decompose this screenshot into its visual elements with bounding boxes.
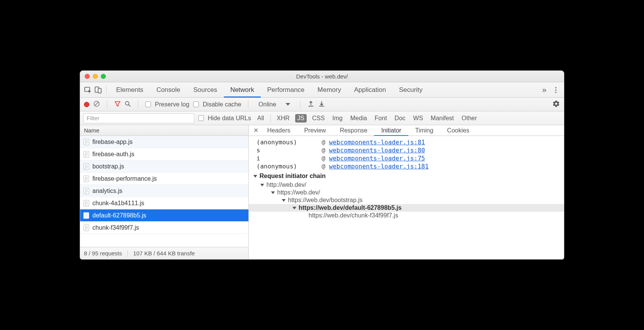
filter-type-xhr[interactable]: XHR xyxy=(274,114,292,123)
more-tabs-icon[interactable]: » xyxy=(539,85,549,95)
stack-source-link[interactable]: webcomponents-loader.js:181 xyxy=(329,163,429,170)
request-row[interactable]: chunk-4a1b4111.js xyxy=(80,197,248,209)
tab-application[interactable]: Application xyxy=(348,82,393,98)
close-window-button[interactable] xyxy=(85,74,90,79)
request-row[interactable]: firebase-app.js xyxy=(80,136,248,148)
stack-source-link[interactable]: webcomponents-loader.js:80 xyxy=(329,147,425,154)
initiator-chain-row[interactable]: https://web.dev/chunk-f34f99f7.js xyxy=(249,212,564,219)
filter-type-img[interactable]: Img xyxy=(330,114,345,123)
svg-rect-12 xyxy=(84,139,89,145)
chain-url: https://web.dev/bootstrap.js xyxy=(288,197,363,204)
close-detail-icon[interactable]: ✕ xyxy=(251,127,260,134)
filter-type-all[interactable]: All xyxy=(255,114,266,123)
chain-url: https://web.dev/chunk-f34f99f7.js xyxy=(309,212,398,219)
stack-source-link[interactable]: webcomponents-loader.js:81 xyxy=(329,139,425,146)
filter-type-other[interactable]: Other xyxy=(459,114,479,123)
initiator-chain-row[interactable]: https://web.dev/bootstrap.js xyxy=(249,196,564,204)
stack-frame: i@ webcomponents-loader.js:75 xyxy=(249,154,564,162)
stack-function: (anonymous) xyxy=(256,163,314,170)
window-title: DevTools - web.dev/ xyxy=(80,73,564,80)
initiator-chain-header[interactable]: Request initiator chain xyxy=(249,170,564,181)
request-row[interactable]: bootstrap.js xyxy=(80,160,248,173)
svg-rect-27 xyxy=(84,176,89,182)
request-name: chunk-f34f99f7.js xyxy=(92,224,139,231)
tab-elements[interactable]: Elements xyxy=(110,82,150,98)
separator xyxy=(138,100,138,109)
detail-tab-preview[interactable]: Preview xyxy=(297,125,333,136)
settings-icon[interactable] xyxy=(552,100,560,109)
filter-type-manifest[interactable]: Manifest xyxy=(429,114,456,123)
request-name: firebase-performance.js xyxy=(92,175,157,182)
separator xyxy=(270,114,271,122)
initiator-chain-row[interactable]: https://web.dev/default-627898b5.js xyxy=(249,204,564,212)
request-row[interactable]: firebase-performance.js xyxy=(80,173,248,185)
disable-cache-checkbox[interactable] xyxy=(193,101,199,107)
hide-data-urls-label: Hide data URLs xyxy=(208,115,251,122)
download-har-icon[interactable] xyxy=(318,100,325,108)
hide-data-urls-checkbox[interactable] xyxy=(198,115,204,121)
filter-toggle-icon[interactable] xyxy=(114,101,121,108)
tab-security[interactable]: Security xyxy=(393,82,429,98)
filter-type-js[interactable]: JS xyxy=(295,114,307,123)
stack-source-link[interactable]: webcomponents-loader.js:75 xyxy=(329,155,425,162)
disable-cache-label: Disable cache xyxy=(203,101,242,108)
expand-triangle-icon xyxy=(253,175,257,178)
filter-type-media[interactable]: Media xyxy=(348,114,370,123)
filter-bar: Hide data URLs AllXHRJSCSSImgMediaFontDo… xyxy=(80,111,564,125)
svg-point-5 xyxy=(555,91,556,93)
column-header-name[interactable]: Name xyxy=(80,125,248,136)
detail-tab-cookies[interactable]: Cookies xyxy=(440,125,476,136)
filter-type-ws[interactable]: WS xyxy=(411,114,426,123)
tab-performance[interactable]: Performance xyxy=(261,82,311,98)
kebab-menu-icon[interactable] xyxy=(551,85,561,95)
request-row[interactable]: chunk-f34f99f7.js xyxy=(80,222,248,234)
filter-type-css[interactable]: CSS xyxy=(310,114,327,123)
record-button[interactable] xyxy=(84,102,89,107)
clear-button[interactable] xyxy=(93,100,100,108)
tab-sources[interactable]: Sources xyxy=(187,82,223,98)
zoom-window-button[interactable] xyxy=(101,74,106,79)
tab-network[interactable]: Network xyxy=(224,82,261,98)
request-name: default-627898b5.js xyxy=(92,212,146,219)
network-toolbar: Preserve log Disable cache Online xyxy=(80,98,564,111)
filter-type-font[interactable]: Font xyxy=(372,114,389,123)
separator xyxy=(106,86,107,94)
initiator-chain-row[interactable]: http://web.dev/ xyxy=(249,181,564,189)
request-row[interactable]: analytics.js xyxy=(80,185,248,197)
caret-down-icon xyxy=(286,103,290,106)
initiator-chain-row[interactable]: https://web.dev/ xyxy=(249,189,564,196)
tab-console[interactable]: Console xyxy=(150,82,187,98)
chain-url: https://web.dev/default-627898b5.js xyxy=(299,204,402,211)
expand-triangle-icon xyxy=(282,199,286,202)
detail-tab-timing[interactable]: Timing xyxy=(408,125,440,136)
inspect-element-icon[interactable] xyxy=(83,85,93,95)
device-toolbar-icon[interactable] xyxy=(93,85,103,95)
devtools-window: DevTools - web.dev/ ElementsConsoleSourc… xyxy=(80,70,564,260)
search-icon[interactable] xyxy=(125,101,131,108)
preserve-log-checkbox[interactable] xyxy=(145,101,151,107)
stack-frame: (anonymous)@ webcomponents-loader.js:81 xyxy=(249,138,564,146)
request-row[interactable]: default-627898b5.js xyxy=(80,209,248,222)
svg-rect-32 xyxy=(84,188,89,194)
status-requests: 8 / 95 requests xyxy=(84,250,122,256)
detail-tab-headers[interactable]: Headers xyxy=(260,125,297,136)
upload-har-icon[interactable] xyxy=(307,100,314,108)
filter-input[interactable] xyxy=(83,113,194,123)
request-name: bootstrap.js xyxy=(92,163,124,170)
filter-type-doc[interactable]: Doc xyxy=(392,114,407,123)
expand-triangle-icon xyxy=(292,207,296,209)
svg-point-3 xyxy=(555,87,556,88)
main-tabs: ElementsConsoleSourcesNetworkPerformance… xyxy=(80,82,564,98)
request-name: analytics.js xyxy=(92,188,122,194)
stack-function: s xyxy=(256,147,314,154)
expand-triangle-icon xyxy=(260,184,264,186)
detail-tab-initiator[interactable]: Initiator xyxy=(374,125,408,136)
tab-memory[interactable]: Memory xyxy=(311,82,347,98)
minimize-window-button[interactable] xyxy=(93,74,98,79)
detail-tab-response[interactable]: Response xyxy=(333,125,374,136)
request-name: firebase-app.js xyxy=(92,139,133,145)
svg-point-4 xyxy=(555,89,556,90)
throttling-dropdown[interactable]: Online xyxy=(255,101,293,108)
request-row[interactable]: firebase-auth.js xyxy=(80,148,248,160)
stack-frame: s@ webcomponents-loader.js:80 xyxy=(249,146,564,154)
